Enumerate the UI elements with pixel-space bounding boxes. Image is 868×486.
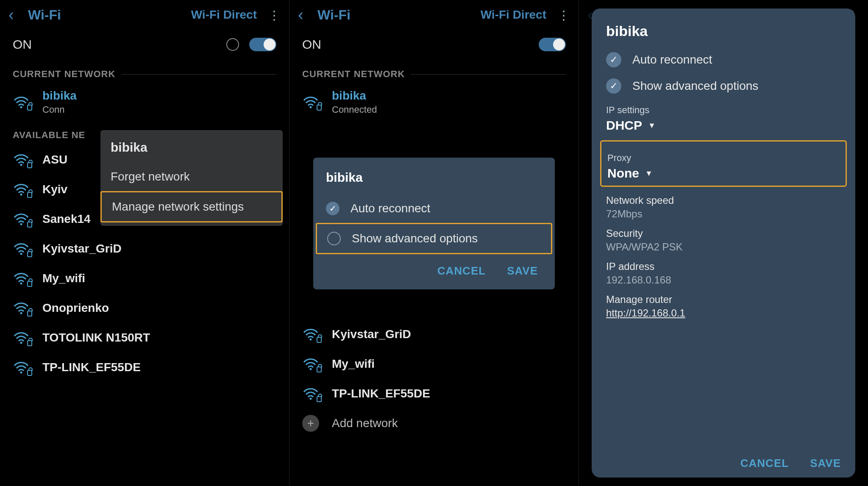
network-context-menu: bibika Forget network Manage network set… (100, 130, 283, 226)
ip-settings-dropdown[interactable]: IP settings DHCP▼ (606, 105, 841, 133)
svg-point-11 (310, 368, 312, 370)
wifi-icon (13, 242, 30, 255)
list-item[interactable]: Onoprienko (0, 293, 289, 323)
header-title: Wi-Fi (28, 7, 61, 23)
proxy-dropdown[interactable]: Proxy None▼ (600, 140, 847, 187)
chevron-down-icon: ▼ (645, 169, 653, 178)
list-item[interactable]: My_wifi (289, 349, 579, 379)
svg-point-1 (20, 164, 22, 166)
chevron-down-icon: ▼ (648, 121, 656, 130)
svg-point-9 (310, 106, 312, 108)
wifi-icon (13, 95, 30, 109)
manage-network-dialog: bibika ✓ Auto reconnect Show advanced op… (313, 158, 555, 289)
security-info: Security WPA/WPA2 PSK (606, 228, 841, 253)
auto-reconnect-option[interactable]: ✓ Auto reconnect (313, 194, 555, 223)
on-label: ON (13, 37, 32, 52)
more-icon[interactable]: ⋮ (557, 8, 570, 22)
current-status: Connected (332, 104, 377, 115)
svg-point-4 (20, 253, 22, 255)
show-advanced-option[interactable]: Show advanced options (316, 223, 552, 254)
checkbox-off-icon (327, 232, 341, 245)
svg-point-0 (20, 106, 22, 108)
checkbox-on-icon: ✓ (606, 52, 621, 67)
current-network-item[interactable]: bibika Conn (0, 84, 289, 120)
svg-point-2 (20, 194, 22, 196)
plus-icon: + (302, 415, 319, 432)
list-item[interactable]: TP-LINK_EF55DE (289, 379, 579, 408)
wifi-icon (13, 331, 30, 344)
forget-network-item[interactable]: Forget network (100, 162, 283, 191)
section-current: CURRENT NETWORK (289, 59, 579, 84)
back-icon[interactable]: ‹ (8, 6, 25, 24)
panel-title: bibika (606, 23, 841, 39)
svg-point-5 (20, 283, 22, 285)
current-ssid: bibika (332, 89, 377, 103)
header: ‹ Wi-Fi Wi-Fi Direct ⋮ (289, 0, 579, 30)
svg-point-3 (20, 223, 22, 225)
screen-2: ‹ Wi-Fi Wi-Fi Direct ⋮ ON CURRENT NETWOR… (289, 0, 579, 486)
svg-point-8 (20, 372, 22, 374)
add-network-item[interactable]: + Add network (289, 408, 579, 438)
wifi-icon (13, 301, 30, 315)
list-item[interactable]: Kyivstar_GriD (289, 319, 579, 349)
wifi-icon (13, 361, 30, 374)
wifi-icon (302, 387, 319, 400)
show-advanced-option[interactable]: ✓ Show advanced options (606, 78, 841, 94)
current-network-item[interactable]: bibika Connected (289, 84, 579, 120)
wifi-direct-button[interactable]: Wi-Fi Direct (191, 8, 257, 22)
section-current: CURRENT NETWORK (0, 59, 289, 84)
auto-reconnect-option[interactable]: ✓ Auto reconnect (606, 52, 841, 67)
back-icon[interactable]: ‹ (298, 6, 315, 24)
save-button[interactable]: SAVE (507, 264, 538, 278)
wifi-icon (302, 328, 319, 341)
cancel-button[interactable]: CANCEL (740, 457, 789, 470)
list-item[interactable]: TP-LINK_EF55DE (0, 353, 289, 382)
dialog-title: bibika (313, 170, 555, 194)
more-icon[interactable]: ⋮ (268, 8, 281, 22)
ip-address-info: IP address 192.168.0.168 (606, 261, 841, 286)
list-item[interactable]: TOTOLINK N150RT (0, 323, 289, 353)
svg-point-7 (20, 342, 22, 344)
network-speed-info: Network speed 72Mbps (606, 194, 841, 220)
wifi-icon (302, 357, 319, 371)
manage-router-link[interactable]: Manage router http://192.168.0.1 (606, 294, 841, 319)
wifi-toggle[interactable] (539, 38, 566, 51)
screen-3: ‹ ⋮ bibika ✓ Auto reconnect ✓ Show advan… (579, 0, 868, 486)
checkbox-on-icon: ✓ (606, 78, 621, 94)
progress-icon (226, 38, 239, 51)
screen-1: ‹ Wi-Fi Wi-Fi Direct ⋮ ON CURRENT NETWOR… (0, 0, 289, 486)
manage-network-settings-item[interactable]: Manage network settings (100, 191, 283, 222)
wifi-icon (13, 183, 30, 196)
list-item[interactable]: Kyivstar_GriD (0, 234, 289, 264)
checkbox-on-icon: ✓ (326, 202, 339, 215)
svg-point-12 (310, 398, 312, 400)
svg-point-10 (310, 339, 312, 341)
on-label: ON (302, 37, 321, 52)
save-button[interactable]: SAVE (810, 457, 841, 470)
svg-point-6 (20, 312, 22, 314)
current-ssid: bibika (42, 89, 77, 103)
wifi-toggle-row: ON (289, 30, 579, 59)
header-title: Wi-Fi (317, 7, 351, 23)
header: ‹ Wi-Fi Wi-Fi Direct ⋮ (0, 0, 289, 30)
cancel-button[interactable]: CANCEL (437, 264, 486, 278)
context-title: bibika (100, 130, 283, 162)
list-item[interactable]: My_wifi (0, 264, 289, 293)
wifi-icon (302, 95, 319, 109)
network-settings-panel: bibika ✓ Auto reconnect ✓ Show advanced … (592, 8, 855, 478)
wifi-toggle[interactable] (249, 38, 276, 51)
wifi-icon (13, 153, 30, 167)
wifi-toggle-row: ON (0, 30, 289, 59)
wifi-icon (13, 272, 30, 285)
current-status: Conn (42, 104, 77, 115)
wifi-direct-button[interactable]: Wi-Fi Direct (481, 8, 546, 22)
wifi-icon (13, 212, 30, 226)
